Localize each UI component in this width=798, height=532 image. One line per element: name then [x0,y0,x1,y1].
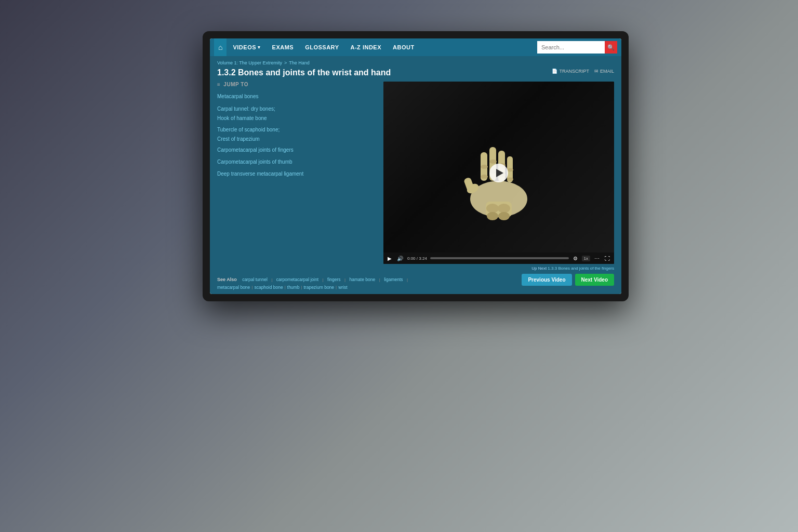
jump-list: Metacarpal bones Carpal tunnel: dry bone… [217,91,378,181]
title-actions: 📄 TRANSCRIPT ✉ EMAIL [552,69,614,74]
laptop-frame: ⌂ VIDEOS ▾ EXAMS GLOSSARY A-Z INDEX ABOU… [203,31,644,343]
see-also-fingers[interactable]: fingers [327,277,341,282]
jump-group-scaphoid: Tubercle of scaphoid bone; Crest of trap… [217,124,378,143]
nav-videos[interactable]: VIDEOS ▾ [228,38,265,56]
see-also-carpometacarpal[interactable]: carpometacarpal joint [276,277,318,282]
page-title: 1.3.2 Bones and joints of the wrist and … [217,68,391,77]
see-also-trapezium[interactable]: trapezium bone [303,285,334,290]
speed-badge: 1x [582,256,590,261]
fullscreen-button[interactable]: ⛶ [604,255,611,262]
jump-item-cm-thumb[interactable]: Carpometacarpal joints of thumb [217,157,378,167]
play-icon [496,169,503,177]
screen-bezel: ⌂ VIDEOS ▾ EXAMS GLOSSARY A-Z INDEX ABOU… [203,31,629,301]
bottom-row: See Also carpal tunnel | carpometacarpal… [217,274,614,290]
svg-point-16 [486,204,499,213]
nav-buttons: Previous Video Next Video [522,274,614,286]
see-also-scaphoid[interactable]: scaphoid bone [254,285,283,290]
jump-group-carpal: Carpal tunnel: dry bones; Hook of hamate… [217,103,378,122]
search-container: 🔍 [537,41,617,54]
jump-item-carpal-tunnel[interactable]: Carpal tunnel: dry bones; [217,104,275,113]
chevron-down-icon: ▾ [258,45,261,50]
progress-bar[interactable] [430,257,569,259]
screen-content: ⌂ VIDEOS ▾ EXAMS GLOSSARY A-Z INDEX ABOU… [210,38,621,294]
see-also-carpal-tunnel[interactable]: carpal tunnel [242,277,268,282]
see-also-wrist[interactable]: wrist [338,285,347,290]
settings-button[interactable]: ⚙ [572,255,579,262]
play-button[interactable] [489,164,508,182]
transcript-link[interactable]: 📄 TRANSCRIPT [552,69,589,74]
up-next-label: Up Next [531,266,547,271]
video-controls: ▶ 🔊 0:00 / 3:24 ⚙ [383,252,614,264]
svg-point-19 [498,212,510,220]
see-also-label: See Also [217,277,237,282]
jump-to-header: ≡ JUMP TO [217,82,378,87]
svg-point-18 [487,212,498,220]
email-link[interactable]: ✉ EMAIL [594,69,614,74]
see-also-section: See Also carpal tunnel | carpometacarpal… [217,274,517,290]
search-input[interactable] [537,41,605,54]
see-also-thumb[interactable]: thumb [287,285,300,290]
svg-point-15 [507,177,513,181]
video-panel: ▶ 🔊 0:00 / 3:24 ⚙ [383,82,614,271]
nav-about[interactable]: ABOUT [388,38,420,56]
see-also-row1: carpal tunnel | carpometacarpal joint | … [242,274,409,283]
jump-item-cm-fingers[interactable]: Carpometacarpal joints of fingers [217,145,378,155]
search-button[interactable]: 🔍 [605,41,617,54]
see-also-hamate[interactable]: hamate bone [350,277,376,282]
see-also-row2: metacarpal bone | scaphoid bone | thumb … [217,285,517,290]
up-next-link[interactable]: 1.3.3 Bones and joints of the fingers [548,266,614,271]
up-next-bar: Up Next 1.3.3 Bones and joints of the fi… [383,266,614,271]
see-also-metacarpal[interactable]: metacarpal bone [217,285,250,290]
list-icon: ≡ [217,82,220,87]
jump-item-scaphoid[interactable]: Tubercle of scaphoid bone; [217,125,280,134]
nav-exams[interactable]: EXAMS [267,38,299,56]
navigation-bar: ⌂ VIDEOS ▾ EXAMS GLOSSARY A-Z INDEX ABOU… [210,38,621,56]
main-content-row: ≡ JUMP TO Metacarpal bones Carpal tunnel… [217,82,614,271]
videos-label: VIDEOS [233,44,256,50]
jump-item-hamate[interactable]: Hook of hamate bone [217,114,267,123]
search-icon: 🔍 [607,44,615,51]
svg-point-17 [498,204,510,213]
jump-item-metacarpal[interactable]: Metacarpal bones [217,91,378,101]
breadcrumb-volume[interactable]: Volume 1: The Upper Extremity [217,60,282,65]
time-display: 0:00 / 3:24 [407,256,427,261]
pdf-icon: 📄 [552,69,557,74]
play-pause-button[interactable]: ▶ [387,255,393,262]
email-icon: ✉ [594,69,598,74]
home-button[interactable]: ⌂ [214,38,227,56]
content-area: Volume 1: The Upper Extremity > The Hand… [210,56,621,294]
next-video-button[interactable]: Next Video [575,274,615,286]
jump-to-panel: ≡ JUMP TO Metacarpal bones Carpal tunnel… [217,82,378,271]
volume-button[interactable]: 🔊 [396,255,404,262]
nav-glossary[interactable]: GLOSSARY [300,38,344,56]
svg-point-12 [481,175,488,179]
svg-point-8 [481,165,488,169]
see-also-ligaments[interactable]: ligaments [384,277,403,282]
home-icon: ⌂ [218,43,222,51]
previous-video-button[interactable]: Previous Video [522,274,571,286]
title-row: 1.3.2 Bones and joints of the wrist and … [217,68,614,77]
video-container: ▶ 🔊 0:00 / 3:24 ⚙ [383,82,614,264]
breadcrumb-section[interactable]: The Hand [289,60,310,65]
more-options-button[interactable]: ⋯ [593,255,601,262]
svg-point-9 [489,159,497,164]
nav-az-index[interactable]: A-Z INDEX [345,38,387,56]
jump-item-ligament[interactable]: Deep transverse metacarpal ligament [217,169,378,179]
jump-item-trapezium[interactable]: Crest of trapezium [217,135,260,143]
breadcrumb: Volume 1: The Upper Extremity > The Hand [217,60,614,65]
